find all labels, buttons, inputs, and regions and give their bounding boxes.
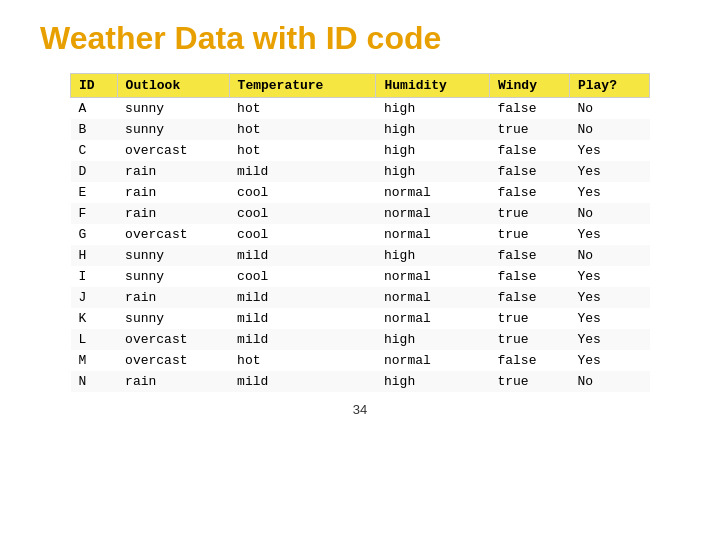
- table-cell-windy-10: true: [489, 308, 569, 329]
- table-cell-play?-0: No: [569, 98, 649, 120]
- table-cell-temperature-10: mild: [229, 308, 376, 329]
- table-cell-id-11: L: [71, 329, 118, 350]
- table-cell-play?-3: Yes: [569, 161, 649, 182]
- table-row: MovercasthotnormalfalseYes: [71, 350, 650, 371]
- table-cell-id-13: N: [71, 371, 118, 392]
- table-cell-temperature-5: cool: [229, 203, 376, 224]
- table-header-row: IDOutlookTemperatureHumidityWindyPlay?: [71, 74, 650, 98]
- table-cell-temperature-0: hot: [229, 98, 376, 120]
- table-cell-windy-11: true: [489, 329, 569, 350]
- table-cell-humidity-8: normal: [376, 266, 489, 287]
- table-cell-id-6: G: [71, 224, 118, 245]
- table-cell-windy-9: false: [489, 287, 569, 308]
- table-cell-outlook-3: rain: [117, 161, 229, 182]
- table-cell-outlook-10: sunny: [117, 308, 229, 329]
- table-cell-temperature-3: mild: [229, 161, 376, 182]
- page: Weather Data with ID code IDOutlookTempe…: [0, 0, 720, 540]
- table-cell-windy-5: true: [489, 203, 569, 224]
- table-cell-id-10: K: [71, 308, 118, 329]
- table-row: AsunnyhothighfalseNo: [71, 98, 650, 120]
- table-cell-humidity-1: high: [376, 119, 489, 140]
- table-row: EraincoolnormalfalseYes: [71, 182, 650, 203]
- table-header-windy: Windy: [489, 74, 569, 98]
- table-cell-outlook-4: rain: [117, 182, 229, 203]
- table-cell-windy-0: false: [489, 98, 569, 120]
- table-row: CovercasthothighfalseYes: [71, 140, 650, 161]
- table-cell-play?-11: Yes: [569, 329, 649, 350]
- table-cell-humidity-4: normal: [376, 182, 489, 203]
- table-cell-id-2: C: [71, 140, 118, 161]
- table-wrapper: IDOutlookTemperatureHumidityWindyPlay? A…: [70, 73, 650, 392]
- table-cell-id-1: B: [71, 119, 118, 140]
- table-cell-outlook-0: sunny: [117, 98, 229, 120]
- table-cell-id-12: M: [71, 350, 118, 371]
- table-cell-play?-1: No: [569, 119, 649, 140]
- table-cell-outlook-1: sunny: [117, 119, 229, 140]
- table-cell-play?-12: Yes: [569, 350, 649, 371]
- table-cell-id-3: D: [71, 161, 118, 182]
- table-cell-outlook-7: sunny: [117, 245, 229, 266]
- table-cell-play?-4: Yes: [569, 182, 649, 203]
- table-cell-id-5: F: [71, 203, 118, 224]
- table-cell-humidity-9: normal: [376, 287, 489, 308]
- table-cell-id-0: A: [71, 98, 118, 120]
- table-header-outlook: Outlook: [117, 74, 229, 98]
- table-row: JrainmildnormalfalseYes: [71, 287, 650, 308]
- table-cell-play?-9: Yes: [569, 287, 649, 308]
- table-cell-windy-12: false: [489, 350, 569, 371]
- weather-table: IDOutlookTemperatureHumidityWindyPlay? A…: [70, 73, 650, 392]
- table-header-temperature: Temperature: [229, 74, 376, 98]
- table-cell-humidity-13: high: [376, 371, 489, 392]
- table-cell-temperature-8: cool: [229, 266, 376, 287]
- table-cell-id-4: E: [71, 182, 118, 203]
- page-number: 34: [353, 402, 367, 417]
- table-cell-windy-6: true: [489, 224, 569, 245]
- table-cell-temperature-13: mild: [229, 371, 376, 392]
- table-cell-humidity-0: high: [376, 98, 489, 120]
- table-cell-outlook-12: overcast: [117, 350, 229, 371]
- table-row: GovercastcoolnormaltrueYes: [71, 224, 650, 245]
- table-row: BsunnyhothightrueNo: [71, 119, 650, 140]
- table-cell-humidity-3: high: [376, 161, 489, 182]
- table-cell-outlook-6: overcast: [117, 224, 229, 245]
- table-cell-temperature-9: mild: [229, 287, 376, 308]
- table-cell-play?-8: Yes: [569, 266, 649, 287]
- table-cell-humidity-10: normal: [376, 308, 489, 329]
- table-header-id: ID: [71, 74, 118, 98]
- table-cell-play?-5: No: [569, 203, 649, 224]
- table-cell-temperature-11: mild: [229, 329, 376, 350]
- table-cell-outlook-8: sunny: [117, 266, 229, 287]
- table-header-humidity: Humidity: [376, 74, 489, 98]
- page-title: Weather Data with ID code: [40, 20, 441, 57]
- table-cell-id-8: I: [71, 266, 118, 287]
- table-cell-play?-13: No: [569, 371, 649, 392]
- table-cell-humidity-11: high: [376, 329, 489, 350]
- table-cell-temperature-2: hot: [229, 140, 376, 161]
- table-cell-windy-1: true: [489, 119, 569, 140]
- table-cell-windy-2: false: [489, 140, 569, 161]
- table-row: NrainmildhightrueNo: [71, 371, 650, 392]
- table-cell-temperature-6: cool: [229, 224, 376, 245]
- table-cell-windy-4: false: [489, 182, 569, 203]
- table-cell-humidity-7: high: [376, 245, 489, 266]
- table-cell-temperature-7: mild: [229, 245, 376, 266]
- table-row: IsunnycoolnormalfalseYes: [71, 266, 650, 287]
- table-cell-outlook-9: rain: [117, 287, 229, 308]
- table-cell-outlook-5: rain: [117, 203, 229, 224]
- table-cell-windy-7: false: [489, 245, 569, 266]
- table-cell-play?-2: Yes: [569, 140, 649, 161]
- table-row: HsunnymildhighfalseNo: [71, 245, 650, 266]
- table-cell-windy-8: false: [489, 266, 569, 287]
- table-cell-humidity-5: normal: [376, 203, 489, 224]
- table-cell-temperature-1: hot: [229, 119, 376, 140]
- table-cell-outlook-11: overcast: [117, 329, 229, 350]
- table-row: KsunnymildnormaltrueYes: [71, 308, 650, 329]
- table-cell-temperature-4: cool: [229, 182, 376, 203]
- table-row: FraincoolnormaltrueNo: [71, 203, 650, 224]
- table-cell-id-9: J: [71, 287, 118, 308]
- table-cell-play?-10: Yes: [569, 308, 649, 329]
- table-header-play?: Play?: [569, 74, 649, 98]
- table-cell-outlook-2: overcast: [117, 140, 229, 161]
- table-cell-windy-13: true: [489, 371, 569, 392]
- table-cell-outlook-13: rain: [117, 371, 229, 392]
